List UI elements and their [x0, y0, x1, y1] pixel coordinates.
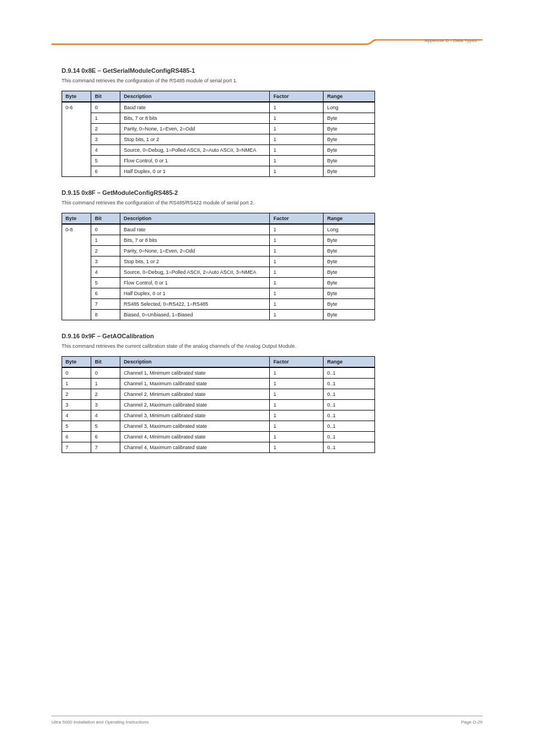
- cell-byte: 0-6: [62, 102, 91, 177]
- table-row: 11Channel 1, Maximum calibrated state10.…: [62, 379, 375, 389]
- table-row: 00Channel 1, Minimum calibrated state10.…: [62, 367, 375, 379]
- cell-factor: 1: [270, 278, 324, 288]
- table-row: 6Half Duplex, 0 or 11Byte: [62, 288, 375, 299]
- table-row: 6Half Duplex, 0 or 11Byte: [62, 166, 375, 177]
- cell-bit: 1: [91, 235, 120, 246]
- cell-bit: 0: [91, 367, 120, 379]
- cell-description: Channel 2, Maximum calibrated state: [120, 400, 270, 410]
- cell-description: Baud rate: [120, 102, 270, 113]
- cell-range: 0..1: [324, 442, 375, 453]
- table-row: 5Flow Control, 0 or 11Byte: [62, 156, 375, 166]
- table-header: Bit: [91, 91, 120, 102]
- table-row: 3Stop bits, 1 or 21Byte: [62, 256, 375, 267]
- cell-bit: 8: [91, 310, 120, 320]
- cell-bit: 4: [91, 145, 120, 156]
- section: D.9.14 0x8E – GetSerialModuleConfigRS485…: [62, 67, 472, 177]
- table-row: 0-80Baud rate1Long: [62, 224, 375, 235]
- cell-range: 0..1: [324, 389, 375, 400]
- table-row: 1Bits, 7 or 8 bits1Byte: [62, 113, 375, 124]
- cell-bit: 6: [91, 288, 120, 299]
- cell-description: Bits, 7 or 8 bits: [120, 113, 270, 124]
- cell-bit: 6: [91, 166, 120, 177]
- table-header: Byte: [62, 357, 91, 368]
- data-table: ByteBitDescriptionFactorRange00Channel 1…: [62, 356, 375, 453]
- cell-description: Channel 4, Maximum calibrated state: [120, 442, 270, 453]
- cell-description: Channel 2, Minimum calibrated state: [120, 389, 270, 400]
- cell-range: 0..1: [324, 367, 375, 379]
- cell-range: Byte: [324, 235, 375, 246]
- cell-bit: 7: [91, 442, 120, 453]
- table-row: 77Channel 4, Maximum calibrated state10.…: [62, 442, 375, 453]
- cell-factor: 1: [270, 156, 324, 166]
- cell-description: Baud rate: [120, 224, 270, 235]
- cell-range: Byte: [324, 124, 375, 134]
- cell-range: Byte: [324, 310, 375, 320]
- header-rule: Appendix D - Data Types: [51, 39, 483, 50]
- data-table: ByteBitDescriptionFactorRange0-60Baud ra…: [62, 91, 375, 177]
- cell-description: Channel 1, Maximum calibrated state: [120, 379, 270, 389]
- section: D.9.15 0x8F – GetModuleConfigRS485-2This…: [62, 189, 472, 320]
- cell-range: Byte: [324, 256, 375, 267]
- cell-bit: 4: [91, 267, 120, 278]
- cell-bit: 3: [91, 134, 120, 145]
- table-row: 1Bits, 7 or 8 bits1Byte: [62, 235, 375, 246]
- cell-description: Parity, 0=None, 1=Even, 2=Odd: [120, 246, 270, 256]
- cell-factor: 1: [270, 389, 324, 400]
- cell-range: Byte: [324, 288, 375, 299]
- cell-factor: 1: [270, 166, 324, 177]
- cell-factor: 1: [270, 421, 324, 432]
- cell-factor: 1: [270, 288, 324, 299]
- table-header: Factor: [270, 357, 324, 368]
- cell-bit: 1: [91, 113, 120, 124]
- cell-byte: 1: [62, 379, 91, 389]
- cell-bit: 2: [91, 389, 120, 400]
- cell-byte: 5: [62, 421, 91, 432]
- cell-range: 0..1: [324, 421, 375, 432]
- cell-bit: 5: [91, 156, 120, 166]
- table-header: Factor: [270, 91, 324, 102]
- cell-bit: 1: [91, 379, 120, 389]
- cell-range: Byte: [324, 299, 375, 310]
- cell-byte: 6: [62, 432, 91, 442]
- table-row: 8Biased, 0=Unbiased, 1=Biased1Byte: [62, 310, 375, 320]
- table-row: 66Channel 4, Minimum calibrated state10.…: [62, 432, 375, 442]
- cell-bit: 5: [91, 421, 120, 432]
- table-header: Description: [120, 357, 270, 368]
- footer-page-number: Page D-29: [461, 720, 483, 725]
- cell-bit: 6: [91, 432, 120, 442]
- table-header: Description: [120, 91, 270, 102]
- table-header: Byte: [62, 91, 91, 102]
- cell-range: Byte: [324, 145, 375, 156]
- data-table: ByteBitDescriptionFactorRange0-80Baud ra…: [62, 213, 375, 320]
- table-header: Description: [120, 213, 270, 225]
- table-row: 5Flow Control, 0 or 11Byte: [62, 278, 375, 288]
- table-row: 2Parity, 0=None, 1=Even, 2=Odd1Byte: [62, 246, 375, 256]
- cell-description: Parity, 0=None, 1=Even, 2=Odd: [120, 124, 270, 134]
- section-description: This command retrieves the current calib…: [62, 343, 472, 349]
- cell-bit: 0: [91, 224, 120, 235]
- cell-description: Flow Control, 0 or 1: [120, 156, 270, 166]
- cell-factor: 1: [270, 235, 324, 246]
- cell-bit: 7: [91, 299, 120, 310]
- cell-range: 0..1: [324, 432, 375, 442]
- cell-factor: 1: [270, 410, 324, 421]
- cell-byte: 4: [62, 410, 91, 421]
- cell-factor: 1: [270, 124, 324, 134]
- cell-description: Channel 3, Maximum calibrated state: [120, 421, 270, 432]
- section-description: This command retrieves the configuration…: [62, 199, 472, 206]
- cell-range: 0..1: [324, 379, 375, 389]
- table-header: Bit: [91, 357, 120, 368]
- cell-factor: 1: [270, 145, 324, 156]
- table-row: 3Stop bits, 1 or 21Byte: [62, 134, 375, 145]
- cell-description: Half Duplex, 0 or 1: [120, 288, 270, 299]
- cell-byte: 0: [62, 367, 91, 379]
- cell-bit: 0: [91, 102, 120, 113]
- table-row: 7RS485 Selected, 0=RS422, 1=RS4851Byte: [62, 299, 375, 310]
- cell-description: Flow Control, 0 or 1: [120, 278, 270, 288]
- breadcrumb: Appendix D - Data Types: [425, 38, 477, 43]
- cell-byte: 7: [62, 442, 91, 453]
- cell-description: Stop bits, 1 or 2: [120, 134, 270, 145]
- cell-description: Source, 0=Debug, 1=Polled ASCII, 2=Auto …: [120, 145, 270, 156]
- table-header: Range: [324, 91, 375, 102]
- table-header: Bit: [91, 213, 120, 225]
